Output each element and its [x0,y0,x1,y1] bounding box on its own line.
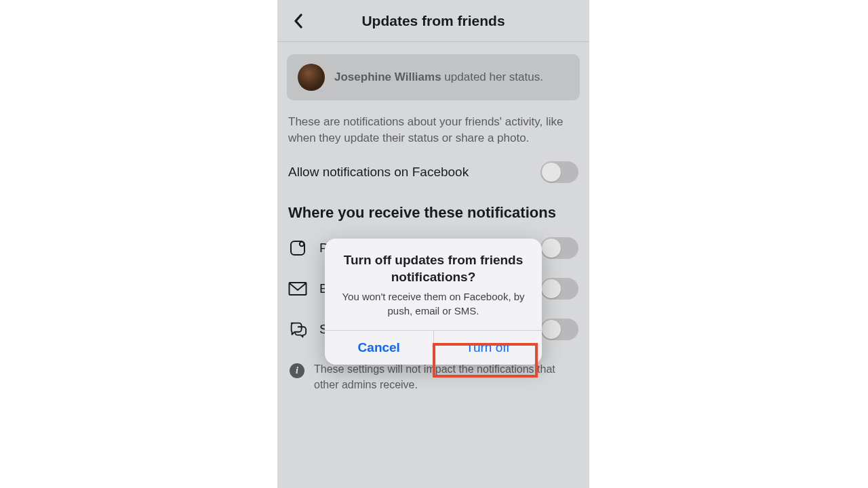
turn-off-button[interactable]: Turn off [434,331,542,365]
settings-screen: Updates from friends Josephine Williams … [277,0,589,488]
cancel-button[interactable]: Cancel [325,331,434,365]
dialog-title: Turn off updates from friends notificati… [337,252,530,285]
confirm-dialog: Turn off updates from friends notificati… [325,239,542,365]
dialog-description: You won't receive them on Facebook, by p… [337,289,530,318]
